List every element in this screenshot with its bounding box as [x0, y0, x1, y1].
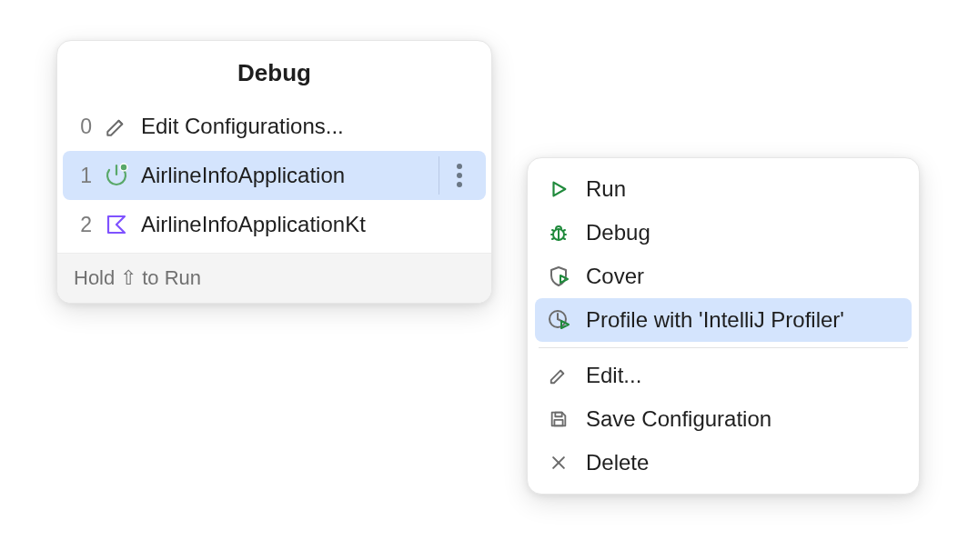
svg-line-9	[563, 238, 565, 239]
svg-rect-16	[555, 413, 561, 417]
config-row-airlineinfoapplicationkt[interactable]: 2 AirlineInfoApplicationKt	[63, 200, 486, 249]
context-item-profile[interactable]: Profile with 'IntelliJ Profiler'	[535, 298, 912, 342]
spring-boot-run-icon	[103, 162, 130, 189]
popup-footer-hint: Hold ⇧ to Run	[57, 253, 491, 303]
run-config-context-menu: Run Debug Cover	[527, 157, 920, 495]
svg-line-8	[552, 238, 554, 239]
row-index: 2	[72, 213, 92, 237]
run-debug-config-popup: Debug 0 Edit Configurations... 1	[56, 40, 492, 304]
more-actions-button[interactable]	[439, 156, 479, 195]
context-item-edit[interactable]: Edit...	[535, 354, 912, 397]
svg-line-7	[563, 230, 565, 231]
pencil-icon	[546, 363, 571, 388]
context-label: Run	[586, 176, 626, 202]
config-row-airlineinfoapplication[interactable]: 1 AirlineInfoApplication	[63, 151, 486, 200]
context-item-save-configuration[interactable]: Save Configuration	[535, 397, 912, 441]
bug-icon	[546, 220, 571, 245]
footer-text-suffix: to Run	[142, 266, 201, 290]
context-label: Cover	[586, 264, 644, 289]
run-icon	[546, 176, 571, 202]
context-label: Debug	[586, 220, 650, 245]
popup-title: Debug	[57, 41, 491, 102]
context-label: Delete	[586, 450, 649, 475]
save-icon	[546, 406, 571, 432]
context-item-delete[interactable]: Delete	[535, 441, 912, 485]
separator	[539, 347, 908, 348]
row-label: Edit Configurations...	[141, 114, 479, 139]
profiler-icon	[546, 307, 571, 333]
svg-rect-17	[554, 420, 562, 425]
row-label: AirlineInfoApplicationKt	[141, 212, 479, 237]
pencil-icon	[103, 113, 130, 140]
svg-marker-2	[554, 183, 566, 196]
context-label: Profile with 'IntelliJ Profiler'	[586, 307, 844, 333]
context-item-cover[interactable]: Cover	[535, 255, 912, 298]
row-index: 1	[72, 164, 92, 188]
context-label: Edit...	[586, 363, 641, 388]
config-row-edit-configurations[interactable]: 0 Edit Configurations...	[63, 102, 486, 151]
svg-line-6	[552, 230, 554, 231]
more-vertical-icon	[457, 173, 462, 178]
context-item-debug[interactable]: Debug	[535, 211, 912, 255]
context-item-run[interactable]: Run	[535, 167, 912, 211]
kotlin-icon	[103, 211, 130, 238]
close-icon	[546, 450, 571, 475]
shift-key-icon: ⇧	[120, 266, 136, 290]
row-label: AirlineInfoApplication	[141, 163, 428, 188]
footer-text-prefix: Hold	[74, 266, 115, 290]
svg-point-1	[120, 164, 127, 171]
config-list: 0 Edit Configurations... 1	[57, 102, 491, 253]
shield-run-icon	[546, 264, 571, 289]
context-label: Save Configuration	[586, 406, 771, 432]
row-index: 0	[72, 115, 92, 139]
